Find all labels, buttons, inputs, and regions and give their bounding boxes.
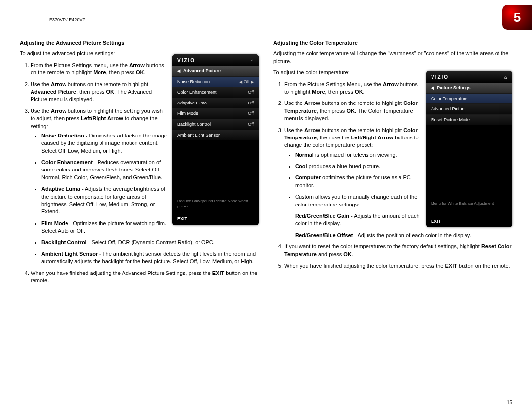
menu-title: ◀ Advanced Picture xyxy=(172,66,259,76)
right-column: Adjusting the Color Temperature Adjustin… xyxy=(273,39,512,290)
menu-row: Color Temperature xyxy=(426,93,512,104)
picture-settings-menu: VIZIO ⌂ ◀ Picture Settings Color Tempera… xyxy=(426,71,512,227)
menu-hint: Menu for White Balance Adjustment xyxy=(426,197,512,215)
home-icon: ⌂ xyxy=(251,57,254,64)
back-arrow-icon: ◀ xyxy=(431,85,434,91)
brand-logo: VIZIO xyxy=(431,74,449,81)
sub-item: Red/Green/Blue Offset - Adjusts the posi… xyxy=(284,232,512,239)
step: When you have finished adjusting the Adv… xyxy=(31,270,259,285)
menu-row: Reset Picture Mode xyxy=(426,114,512,125)
menu-hint: Reduce Background Picture Noise when pre… xyxy=(172,194,259,213)
home-icon: ⌂ xyxy=(504,74,507,81)
chapter-tab: 5 xyxy=(502,5,532,30)
step: If you want to reset the color temperatu… xyxy=(284,243,512,258)
menu-exit: EXIT xyxy=(172,213,259,225)
model-header: E370VP / E420VP xyxy=(49,17,85,22)
menu-row: Backlight Control Off xyxy=(172,119,259,130)
advanced-picture-menu: VIZIO ⌂ ◀ Advanced Picture Noise Reducti… xyxy=(172,54,259,225)
menu-exit: EXIT xyxy=(426,215,512,228)
menu-row: Adaptive Luma Off xyxy=(172,98,259,108)
step: When you have finished adjusting the col… xyxy=(284,262,512,270)
section-heading: Adjusting the Advanced Picture Settings xyxy=(20,39,259,47)
intro-text: Adjusting the color temperature will cha… xyxy=(273,50,512,65)
section-heading: Adjusting the Color Temperature xyxy=(273,39,512,47)
bullet: Backlight Control - Select Off, DCR (Dyn… xyxy=(41,239,259,246)
page-number: 15 xyxy=(507,400,512,405)
menu-row: Film Mode Off xyxy=(172,108,259,119)
back-arrow-icon: ◀ xyxy=(177,68,180,74)
menu-title: ◀ Picture Settings xyxy=(426,83,512,93)
menu-row: Advanced Picture xyxy=(426,103,512,114)
menu-row: Noise Reduction ◀ Off ▶ xyxy=(172,76,259,87)
menu-row: Ambient Light Sensor xyxy=(172,130,259,140)
brand-logo: VIZIO xyxy=(177,57,195,64)
bullet: Ambient Light Sensor - The ambient light… xyxy=(41,250,259,266)
menu-row: Color Enhancement Off xyxy=(172,87,259,98)
left-column: VIZIO ⌂ ◀ Advanced Picture Noise Reducti… xyxy=(20,39,259,290)
